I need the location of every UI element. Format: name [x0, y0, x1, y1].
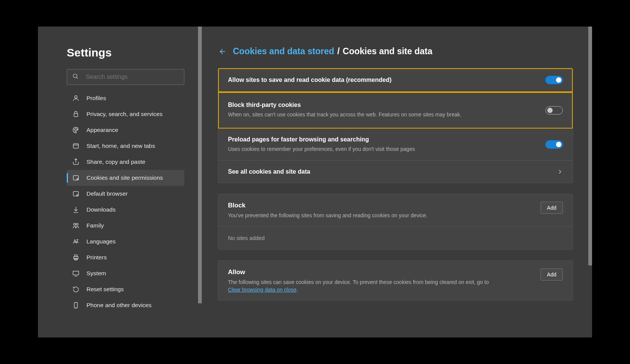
svg-rect-12 — [73, 191, 78, 196]
search-settings-box[interactable] — [67, 69, 184, 85]
sidebar-scrollbar[interactable] — [198, 27, 202, 337]
sidebar-item-profiles[interactable]: Profiles — [67, 90, 184, 106]
chevron-right-icon — [557, 169, 563, 175]
sidebar-item-appearance[interactable]: Appearance — [67, 122, 184, 138]
svg-rect-19 — [75, 255, 77, 256]
tab-icon — [72, 142, 80, 150]
search-settings-input[interactable] — [86, 74, 179, 80]
sidebar-scrollbar-thumb[interactable] — [198, 27, 202, 303]
sidebar-item-default-browser[interactable]: Default browser — [67, 186, 184, 202]
breadcrumb-parent-link[interactable]: Cookies and data stored — [233, 46, 334, 56]
svg-point-5 — [75, 128, 76, 129]
allow-section: Allow The following sites can save cooki… — [218, 260, 573, 301]
svg-rect-21 — [73, 271, 79, 275]
block-section: Block You've prevented the following sit… — [218, 194, 573, 249]
search-icon — [72, 73, 79, 81]
sidebar-item-label: Share, copy and paste — [86, 158, 145, 165]
download-icon — [72, 206, 80, 213]
sidebar-item-languages[interactable]: Languages — [67, 234, 184, 249]
row-desc: Uses cookies to remember your preference… — [228, 145, 501, 153]
toggle-block-third-party[interactable] — [545, 106, 563, 115]
sidebar-item-label: Cookies and site permissions — [86, 174, 163, 181]
svg-line-1 — [77, 77, 78, 78]
svg-point-6 — [77, 129, 78, 130]
sidebar-item-family[interactable]: Family — [67, 218, 184, 234]
svg-point-2 — [75, 96, 77, 98]
svg-rect-10 — [73, 176, 78, 180]
sidebar-item-label: Privacy, search, and services — [86, 111, 162, 118]
sidebar-item-label: Appearance — [86, 127, 118, 133]
sidebar-item-start[interactable]: Start, home, and new tabs — [67, 138, 184, 154]
language-icon — [72, 238, 80, 245]
svg-point-11 — [77, 179, 78, 180]
sidebar-item-cookies[interactable]: Cookies and site permissions — [67, 170, 184, 186]
phone-icon — [72, 301, 80, 309]
allow-add-button[interactable]: Add — [540, 268, 563, 281]
svg-point-0 — [73, 74, 77, 78]
sidebar-item-label: Family — [86, 222, 104, 229]
sidebar-item-label: Profiles — [86, 95, 106, 102]
settings-sidebar: Settings Profiles Privacy, search, and s… — [38, 27, 202, 337]
row-preload-pages: Preload pages for faster browsing and se… — [218, 129, 573, 161]
toggle-allow-cookies[interactable] — [545, 76, 563, 84]
lock-icon — [72, 110, 80, 118]
back-arrow-icon[interactable] — [218, 47, 226, 56]
printer-icon — [72, 254, 80, 261]
row-title: Block third-party cookies — [228, 102, 538, 108]
svg-rect-7 — [73, 144, 78, 148]
row-desc: When on, sites can't use cookies that tr… — [228, 111, 501, 118]
section-desc: You've prevented the following sites fro… — [228, 212, 427, 219]
settings-window: Settings Profiles Privacy, search, and s… — [38, 27, 592, 337]
section-title: Allow — [228, 268, 501, 276]
browser-icon — [72, 190, 80, 198]
sidebar-item-privacy[interactable]: Privacy, search, and services — [67, 106, 184, 122]
row-block-third-party: Block third-party cookies When on, sites… — [218, 92, 573, 129]
section-title: Block — [228, 202, 427, 209]
sidebar-item-label: Start, home, and new tabs — [86, 143, 155, 149]
allow-desc-pre: The following sites can save cookies on … — [228, 279, 489, 285]
cookie-toggles-group: Allow sites to save and read cookie data… — [218, 68, 573, 183]
section-desc: The following sites can save cookies on … — [228, 278, 501, 294]
breadcrumb: Cookies and data stored / Cookies and si… — [218, 46, 573, 56]
row-see-all-cookies[interactable]: See all cookies and site data — [218, 161, 573, 183]
allow-desc-post: . — [297, 287, 298, 293]
svg-point-13 — [77, 195, 78, 196]
content-scrollbar-thumb[interactable] — [588, 27, 592, 265]
sidebar-item-label: Reset settings — [86, 286, 124, 293]
row-title: Preload pages for faster browsing and se… — [228, 136, 538, 143]
sidebar-item-reset[interactable]: Reset settings — [67, 281, 184, 297]
allow-section-head: Allow The following sites can save cooki… — [218, 261, 573, 301]
sidebar-item-system[interactable]: System — [67, 265, 184, 281]
sidebar-item-label: Downloads — [86, 206, 116, 213]
reset-icon — [72, 286, 80, 293]
system-icon — [72, 270, 80, 277]
svg-rect-3 — [74, 113, 78, 116]
sidebar-item-label: Printers — [86, 254, 107, 261]
settings-content: Cookies and data stored / Cookies and si… — [202, 27, 592, 337]
palette-icon — [72, 126, 80, 134]
block-add-button[interactable]: Add — [540, 202, 563, 214]
settings-title: Settings — [67, 46, 184, 59]
svg-point-15 — [74, 223, 75, 225]
sidebar-item-printers[interactable]: Printers — [67, 249, 184, 265]
content-scrollbar[interactable] — [588, 27, 592, 337]
sidebar-item-label: Default browser — [86, 190, 128, 197]
clear-browsing-data-link[interactable]: Clear browsing data on close — [228, 287, 297, 293]
svg-point-4 — [74, 129, 75, 130]
sidebar-item-share[interactable]: Share, copy and paste — [67, 154, 184, 170]
sidebar-item-phone[interactable]: Phone and other devices — [67, 297, 184, 313]
row-allow-cookies: Allow sites to save and read cookie data… — [218, 68, 573, 92]
cookies-icon — [72, 174, 80, 182]
breadcrumb-sep: / — [337, 46, 339, 56]
block-section-head: Block You've prevented the following sit… — [218, 194, 573, 226]
family-icon — [72, 222, 80, 229]
breadcrumb-current: Cookies and site data — [343, 46, 432, 56]
sidebar-item-label: Phone and other devices — [86, 302, 151, 309]
toggle-preload-pages[interactable] — [545, 140, 563, 149]
sidebar-item-downloads[interactable]: Downloads — [67, 202, 184, 218]
svg-rect-18 — [74, 257, 78, 259]
row-title: See all cookies and site data — [228, 168, 549, 175]
svg-point-16 — [76, 223, 78, 225]
row-title: Allow sites to save and read cookie data… — [228, 77, 538, 83]
profile-icon — [72, 94, 80, 102]
